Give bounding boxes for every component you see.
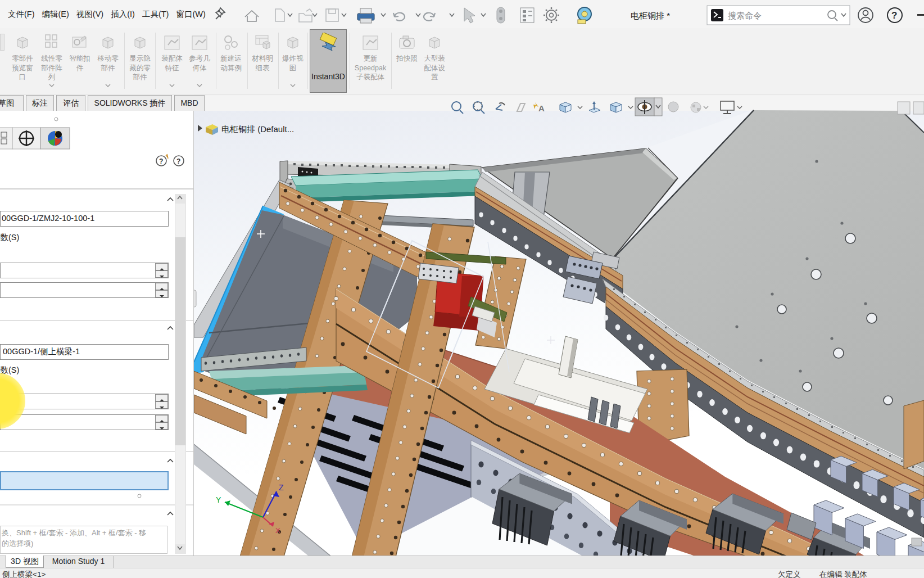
- svg-text:?: ?: [176, 157, 180, 165]
- svg-text:电柜铜排 *: 电柜铜排 *: [631, 11, 670, 20]
- svg-text:?: ?: [891, 10, 897, 21]
- svg-text:Z: Z: [279, 483, 284, 492]
- svg-text:Y: Y: [216, 495, 221, 504]
- svg-text:?: ?: [159, 157, 163, 165]
- svg-text:A: A: [538, 103, 545, 113]
- svg-text:搜索命令: 搜索命令: [728, 11, 762, 20]
- svg-text:电柜铜排 (Default...: 电柜铜排 (Default...: [221, 124, 294, 134]
- svg-text:X: X: [275, 526, 280, 535]
